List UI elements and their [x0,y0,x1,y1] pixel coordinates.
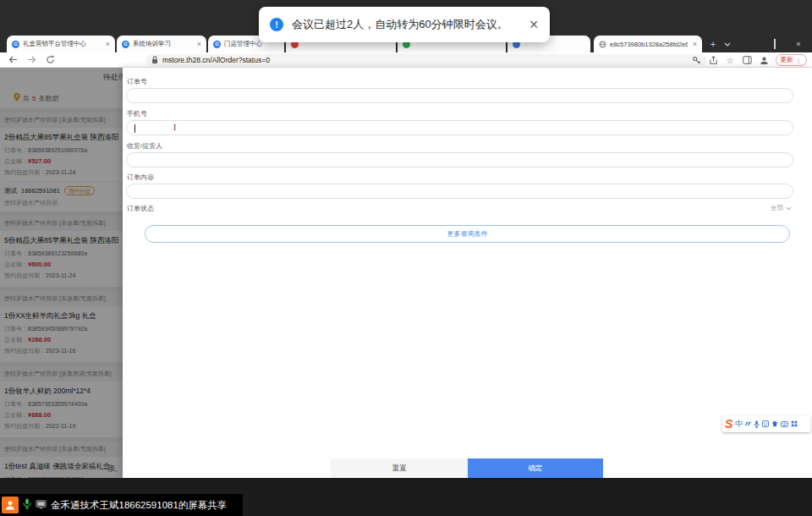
confirm-button[interactable]: 确定 [468,458,603,478]
chevron-down-icon[interactable] [722,40,732,48]
order-query-drawer: 订单号 手机号 I 收货/提货人 订单内容 订单状态 全部 更多查询条件 重置 … [123,68,812,478]
tab-meeting-id[interactable]: e8c573980b1328a258fd2e618 × [594,36,702,52]
info-icon: ! [270,18,283,31]
tab-close-icon[interactable]: × [197,40,201,48]
phone-field-label: 手机号 [127,109,147,118]
chrome-update-button[interactable]: 更新 ⋮ [776,54,808,66]
url-field[interactable]: mstore.th28.cn/AllOrder?status=0 [145,54,707,66]
profile-avatar-icon[interactable] [759,55,770,66]
ibeam-cursor: I [173,123,176,132]
page-content: 待处理 共 5 条数据 密特罗德水产经营部 [未派单/无需拆单] 2份精品大果8… [0,68,812,478]
toast-close-icon[interactable]: ✕ [529,18,539,31]
order-no-field-label: 订单号 [127,77,147,86]
skin-icon[interactable] [771,420,778,427]
globe-icon [599,41,606,48]
window-close-button[interactable]: × [793,40,804,48]
tab-gift-platform[interactable]: G 礼盒营销平台管理中心 × [7,36,115,52]
lock-icon [151,52,158,68]
key-icon[interactable] [691,55,702,66]
order-status-field-label: 订单状态 [127,204,154,213]
screen-share-icon [36,497,47,513]
tab-title: 礼盒营销平台管理中心 [23,40,101,48]
forward-icon[interactable] [25,54,37,66]
sogou-ime-toolbar[interactable]: S 中 [722,415,810,432]
emoji-picker-icon[interactable] [762,420,769,427]
sogou-logo-icon: S [725,418,732,430]
screen-share-indicator[interactable]: 金禾通技术王斌18662591081的屏幕共享 [0,494,243,516]
presenter-avatar-icon [2,497,19,513]
share-icon[interactable] [708,55,719,66]
chinese-mode-icon[interactable]: 中 [735,420,743,428]
tab-title: e8c573980b1328a258fd2e618 [610,41,688,48]
screen-share-label: 金禾通技术王斌18662591081的屏幕共享 [51,499,227,512]
reset-button[interactable]: 重置 [331,458,468,478]
address-bar-actions: ☆ 更新 ⋮ [691,52,812,68]
phone-input[interactable]: I [126,120,793,135]
chevron-down-icon [786,205,792,212]
tab-title: 系统培训学习 [133,40,192,48]
side-panel-icon[interactable] [742,55,753,66]
meeting-toast: ! 会议已超过2人，自动转为60分钟限时会议。 ✕ [259,7,550,42]
mic-icon [23,497,31,513]
receiver-input[interactable] [126,152,793,167]
voice-input-icon[interactable] [754,420,760,428]
tab-close-icon[interactable]: × [106,40,110,48]
order-no-input[interactable] [126,88,793,103]
site-favicon: G [213,41,221,48]
window-controls: × [722,36,809,52]
toast-message: 会议已超过2人，自动转为60分钟限时会议。 [292,17,508,32]
kebab-menu-icon[interactable]: ⋮ [796,57,803,64]
screen: G 礼盒营销平台管理中心 × G 系统培训学习 × G 门店管理中心 e8c57… [0,0,812,516]
order-status-select[interactable]: 全部 [771,204,792,212]
order-status-value: 全部 [771,204,783,212]
order-content-field-label: 订单内容 [127,173,154,182]
drawer-footer: 重置 确定 [123,458,812,478]
reload-icon[interactable] [44,54,56,66]
keyboard-icon[interactable] [781,421,788,427]
site-favicon: G [12,41,19,48]
new-tab-button[interactable]: + [707,38,719,50]
receiver-field-label: 收货/提货人 [127,141,162,151]
maximize-button[interactable] [770,40,780,48]
tab-training[interactable]: G 系统培训学习 × [117,36,206,52]
more-conditions-button[interactable]: 更多查询条件 [145,225,790,243]
back-icon[interactable] [7,54,19,66]
update-label: 更新 [781,56,793,64]
punctuation-icon[interactable] [745,421,751,427]
toolbox-icon[interactable] [791,420,798,427]
order-content-input[interactable] [126,184,793,199]
address-bar: mstore.th28.cn/AllOrder?status=0 ☆ 更新 ⋮ [0,52,812,68]
bookmark-star-icon[interactable]: ☆ [725,55,736,66]
text-caret [134,124,135,133]
site-favicon: G [122,41,129,48]
url-text: mstore.th28.cn/AllOrder?status=0 [162,56,270,64]
tab-close-icon[interactable]: × [693,40,697,48]
